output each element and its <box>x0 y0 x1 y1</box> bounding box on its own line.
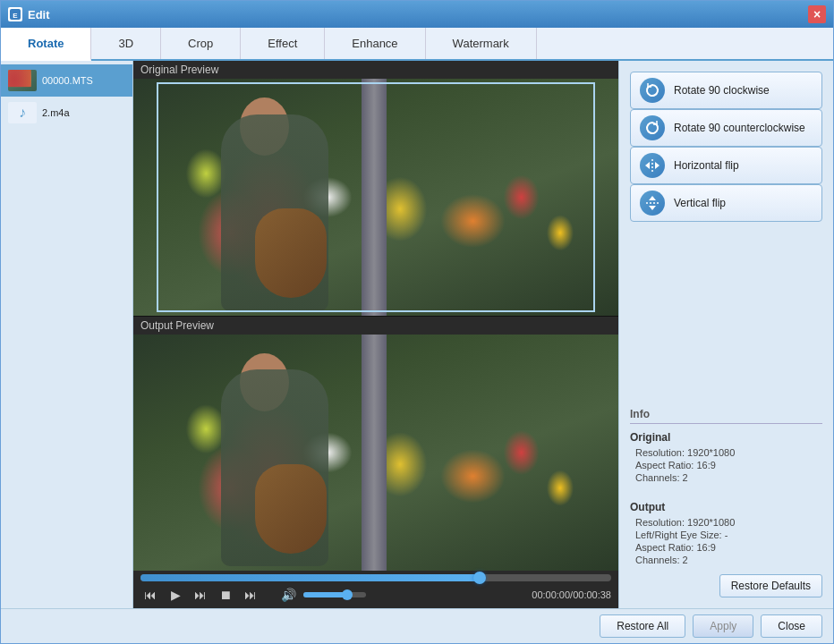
original-scene <box>133 79 618 316</box>
main-content: 00000.MTS ♪ 2.m4a Original Preview <box>1 61 833 608</box>
rotate-cw-label: Rotate 90 clockwise <box>674 84 770 97</box>
progress-track[interactable] <box>140 574 611 581</box>
bottom-spacer <box>630 567 822 574</box>
svg-marker-6 <box>649 196 656 200</box>
restore-defaults-button[interactable]: Restore Defaults <box>719 574 822 597</box>
flip-v-icon <box>640 191 665 216</box>
info-section: Info Original Resolution: 1920*1080 Aspe… <box>630 408 822 567</box>
sidebar-item-video1[interactable]: 00000.MTS <box>1 64 132 97</box>
close-window-button[interactable]: × <box>808 5 826 23</box>
svg-marker-7 <box>649 206 656 210</box>
flip-v-button[interactable]: Vertical flip <box>630 184 822 222</box>
flip-h-button[interactable]: Horizontal flip <box>630 147 822 184</box>
time-display: 00:00:00/00:00:38 <box>532 589 611 600</box>
music-icon: ♪ <box>19 105 26 121</box>
rotate-cw-button[interactable]: Rotate 90 clockwise <box>630 72 822 109</box>
output-aspect-ratio: Aspect Ratio: 16:9 <box>630 542 822 553</box>
output-guitar <box>255 464 327 554</box>
main-window: E Edit × Rotate 3D Crop Effect Enhance W… <box>0 0 834 644</box>
spacer-fill <box>630 222 822 401</box>
controls-row: ⏮ ▶ ⏭ ⏹ ⏭ 🔊 00:00:00/00:00:38 <box>140 585 611 605</box>
tab-3d[interactable]: 3D <box>91 28 161 59</box>
svg-marker-3 <box>645 162 650 169</box>
playback-bar: ⏮ ▶ ⏭ ⏹ ⏭ 🔊 00:00:00/00:00:38 <box>133 571 618 608</box>
play-button[interactable]: ▶ <box>166 585 185 605</box>
output-preview-label: Output Preview <box>133 317 618 335</box>
time-total: 00:00:38 <box>573 589 611 600</box>
original-aspect-ratio: Aspect Ratio: 16:9 <box>630 460 822 470</box>
original-preview-block: Original Preview <box>133 61 618 316</box>
step-forward-button[interactable]: ⏭ <box>191 585 210 605</box>
original-resolution: Resolution: 1920*1080 <box>630 447 822 458</box>
apply-button[interactable]: Apply <box>693 614 753 638</box>
volume-track[interactable] <box>303 592 366 597</box>
tab-rotate[interactable]: Rotate <box>1 28 91 61</box>
progress-thumb <box>473 572 486 584</box>
guitar <box>255 208 327 298</box>
volume-icon[interactable]: 🔊 <box>278 585 298 605</box>
rotate-cw-icon <box>640 78 665 103</box>
sidebar-item-label-video1: 00000.MTS <box>42 75 93 86</box>
svg-marker-4 <box>655 162 660 169</box>
flip-v-label: Vertical flip <box>674 197 726 209</box>
time-current: 00:00:00 <box>532 589 570 600</box>
flip-h-icon <box>640 153 665 178</box>
sidebar-item-audio1[interactable]: ♪ 2.m4a <box>1 97 132 129</box>
bottom-bar: Restore All Apply Close <box>1 608 833 643</box>
right-panel: Rotate 90 clockwise Rotate 90 counterclo… <box>618 61 833 608</box>
info-spacer <box>630 485 822 494</box>
volume-fill <box>303 592 347 597</box>
rotate-ccw-label: Rotate 90 counterclockwise <box>674 122 805 134</box>
svg-text:E: E <box>13 12 18 20</box>
right-panel-inner: Rotate 90 clockwise Rotate 90 counterclo… <box>630 72 822 597</box>
content-area: Original Preview Outpu <box>133 61 618 608</box>
window-title: Edit <box>28 8 50 21</box>
audio-thumb: ♪ <box>8 102 37 123</box>
original-channels: Channels: 2 <box>630 472 822 483</box>
title-bar: E Edit × <box>1 1 833 28</box>
output-preview-image <box>133 335 618 572</box>
volume-thumb <box>342 589 353 600</box>
stop-button[interactable]: ⏹ <box>216 585 235 605</box>
output-preview-block: Output Preview <box>133 317 618 572</box>
tabs-bar: Rotate 3D Crop Effect Enhance Watermark <box>1 28 833 61</box>
app-icon: E <box>8 7 22 21</box>
rotate-ccw-icon <box>640 115 665 140</box>
progress-fill <box>140 574 480 581</box>
tab-effect[interactable]: Effect <box>241 28 325 59</box>
close-button[interactable]: Close <box>761 614 822 638</box>
flip-h-label: Horizontal flip <box>674 159 739 172</box>
skip-end-button[interactable]: ⏭ <box>241 585 260 605</box>
pillar <box>362 79 387 316</box>
original-preview-image <box>133 79 618 316</box>
video-thumb <box>8 70 37 91</box>
sidebar: 00000.MTS ♪ 2.m4a <box>1 61 133 608</box>
info-title: Info <box>630 408 822 424</box>
output-scene <box>133 335 618 572</box>
output-pillar <box>362 335 387 572</box>
tab-enhance[interactable]: Enhance <box>325 28 425 59</box>
output-channels: Channels: 2 <box>630 555 822 565</box>
original-preview-label: Original Preview <box>133 61 618 79</box>
skip-back-button[interactable]: ⏮ <box>140 585 160 605</box>
tab-crop[interactable]: Crop <box>161 28 241 59</box>
tab-watermark[interactable]: Watermark <box>426 28 537 59</box>
previews-section: Original Preview Outpu <box>133 61 618 608</box>
sidebar-item-label-audio1: 2.m4a <box>42 107 70 118</box>
output-eye-size: Left/Right Eye Size: - <box>630 530 822 540</box>
output-resolution: Resolution: 1920*1080 <box>630 517 822 528</box>
output-info-title: Output <box>630 501 822 513</box>
restore-all-button[interactable]: Restore All <box>600 614 685 638</box>
original-info-title: Original <box>630 431 822 444</box>
rotate-ccw-button[interactable]: Rotate 90 counterclockwise <box>630 109 822 147</box>
